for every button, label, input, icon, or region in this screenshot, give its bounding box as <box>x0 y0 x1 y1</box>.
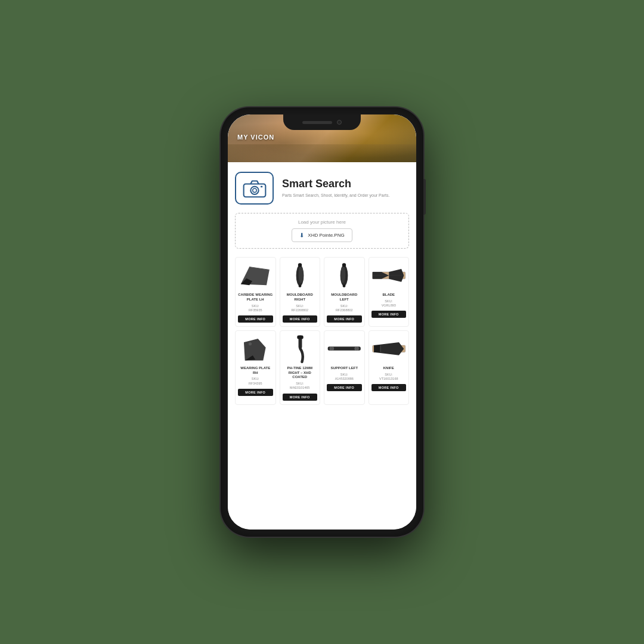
more-info-button[interactable]: MORE INFO <box>238 315 273 323</box>
svg-point-10 <box>298 284 301 287</box>
download-icon: ⬇ <box>299 232 304 239</box>
smart-search-text: Smart Search Parts Smart Search, Shoot, … <box>282 178 389 198</box>
more-info-button[interactable]: MORE INFO <box>283 315 318 323</box>
svg-marker-29 <box>374 345 380 352</box>
product-sku: SKU: A145320886 <box>335 373 354 381</box>
product-sku: SKU: VT16013168 <box>379 373 398 381</box>
phone-screen: MY VICON Smar <box>228 114 416 530</box>
product-name: WEARING PLATE RH <box>238 366 273 376</box>
svg-point-26 <box>355 347 359 351</box>
more-info-button[interactable]: MORE INFO <box>327 315 362 323</box>
product-card: MOULDBOARD LEFT SKU: RF2368802 MORE INFO <box>324 257 365 327</box>
product-sku: SKU: RF2268802 <box>291 304 308 312</box>
product-name: MOULDBOARD RIGHT <box>283 293 318 302</box>
more-info-button[interactable]: MORE INFO <box>283 394 318 401</box>
more-info-button[interactable]: MORE INFO <box>238 389 273 396</box>
product-image <box>327 261 362 290</box>
svg-rect-3 <box>261 185 262 187</box>
product-card: MOULDBOARD RIGHT SKU: RF2268802 MORE INF… <box>280 257 321 327</box>
notch-speaker <box>302 121 332 124</box>
more-info-button[interactable]: MORE INFO <box>371 311 407 318</box>
notch-camera <box>337 120 342 125</box>
product-sku: SKU: RF2368802 <box>336 304 353 312</box>
product-name: PH-tine 12mm right – XHD coated <box>283 366 318 380</box>
svg-rect-23 <box>297 335 303 339</box>
smart-search-header: Smart Search Parts Smart Search, Shoot, … <box>235 172 409 205</box>
product-name: KNIFE <box>383 366 394 371</box>
svg-point-25 <box>330 347 334 351</box>
product-sku: SKU: RF34395 <box>249 377 262 385</box>
upload-filename: XHD Pointe.PNG <box>308 233 344 238</box>
product-card: WEARING PLATE RH SKU: RF34395 MORE INFO <box>235 330 276 405</box>
svg-point-12 <box>341 266 346 283</box>
product-card: BLADE SKU: VGRL893 MORE INFO <box>369 257 410 327</box>
upload-button[interactable]: ⬇ XHD Pointe.PNG <box>292 228 352 242</box>
product-card: support left SKU: A145320886 MORE INFO <box>324 330 365 405</box>
svg-point-9 <box>298 263 302 267</box>
smart-search-title: Smart Search <box>282 178 389 191</box>
product-image <box>283 261 318 290</box>
main-content: Smart Search Parts Smart Search, Shoot, … <box>228 162 416 530</box>
product-name: CARBIDE WEARING PLATE LH <box>238 293 273 302</box>
phone-frame: MY VICON Smar <box>221 107 423 537</box>
svg-point-1 <box>250 186 258 194</box>
more-info-button[interactable]: MORE INFO <box>371 384 407 391</box>
product-image <box>371 261 407 290</box>
product-image <box>283 335 318 363</box>
product-name: support left <box>330 366 358 371</box>
screen-content: MY VICON Smar <box>228 114 416 530</box>
product-name: BLADE <box>382 293 395 298</box>
svg-point-8 <box>298 266 303 283</box>
product-sku: SKU: VGRL893 <box>382 299 396 308</box>
svg-marker-19 <box>244 339 266 361</box>
camera-icon <box>243 179 267 198</box>
svg-point-21 <box>249 342 252 345</box>
brand-name: MY VICON <box>237 134 274 141</box>
more-info-button[interactable]: MORE INFO <box>327 384 362 391</box>
product-card: PH-tine 12mm right – XHD coated SKU: MAE… <box>280 330 321 405</box>
camera-icon-box <box>235 172 274 205</box>
svg-point-13 <box>342 263 346 267</box>
products-grid: CARBIDE WEARING PLATE LH SKU: RF35935 MO… <box>235 257 409 405</box>
upload-label: Load your picture here <box>242 219 402 225</box>
phone-notch <box>283 114 361 130</box>
product-card: KNIFE SKU: VT16013168 MORE INFO <box>369 330 410 405</box>
product-image <box>371 335 407 363</box>
product-sku: SKU: RF35935 <box>249 304 262 312</box>
product-image <box>238 335 273 363</box>
svg-point-14 <box>343 284 346 287</box>
svg-point-2 <box>252 188 256 193</box>
product-image <box>327 335 362 363</box>
product-card: CARBIDE WEARING PLATE LH SKU: RF35935 MO… <box>235 257 276 327</box>
product-name: MOULDBOARD LEFT <box>327 293 362 302</box>
product-sku: SKU: MAE0101465 <box>290 382 309 390</box>
smart-search-subtitle: Parts Smart Search, Shoot, Identify, and… <box>282 193 389 199</box>
upload-area[interactable]: Load your picture here ⬇ XHD Pointe.PNG <box>235 213 409 249</box>
product-image <box>238 261 273 290</box>
